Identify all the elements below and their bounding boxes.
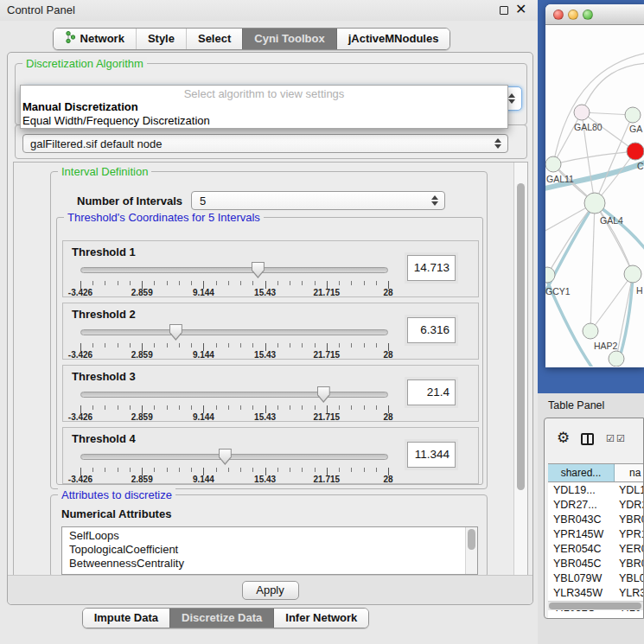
cell-name[interactable]: YPR1 (615, 528, 643, 540)
table-row[interactable]: YER054CYER0 (548, 541, 643, 556)
slider-thumb-icon[interactable] (219, 449, 232, 465)
tab-cyni-toolbox[interactable]: Cyni Toolbox (242, 29, 335, 49)
tab-infer-network[interactable]: Infer Network (273, 609, 368, 628)
threshold-slider[interactable]: -3.4262.8599.14415.4321.71528 (80, 324, 388, 359)
checkbox-icon[interactable]: ☑ (616, 434, 625, 443)
scrollbar-thumb[interactable] (517, 183, 525, 490)
cell-name[interactable]: YER0 (615, 543, 643, 555)
slider-track[interactable] (80, 454, 388, 460)
table-data-group: Table Data galFiltered.sif default node (15, 124, 527, 159)
table-hscrollbar[interactable] (548, 601, 643, 610)
close-icon[interactable]: ✕ (515, 1, 526, 17)
attribute-list-item[interactable]: TopologicalCoefficient (69, 543, 477, 557)
zoom-traffic-light-icon[interactable] (583, 10, 593, 20)
slider-thumb-icon[interactable] (317, 386, 330, 403)
threshold-slider[interactable]: -3.4262.8599.14415.4321.71528 (80, 386, 388, 421)
network-node-bottom-node[interactable] (609, 351, 624, 367)
apply-button[interactable]: Apply (242, 581, 299, 600)
tab-discretize-data[interactable]: Discretize Data (169, 609, 273, 628)
network-node-HAP2[interactable] (583, 323, 598, 339)
node-label: GAL11 (546, 174, 574, 184)
tab-impute-data[interactable]: Impute Data (83, 609, 169, 628)
network-canvas[interactable]: GAL80GACGAL11GAL4GCY1HHAP2 (545, 25, 644, 367)
slider-track[interactable] (80, 392, 388, 398)
threshold-value-field[interactable]: 21.4 (407, 379, 456, 405)
table-row[interactable]: YLR345WYLR3 (548, 585, 643, 600)
cell-shared-name[interactable]: YBR043C (548, 513, 615, 526)
node-label: HAP2 (594, 341, 618, 351)
cell-name[interactable]: YDL1 (615, 484, 643, 496)
network-node-node-ga[interactable] (625, 107, 641, 123)
scrollbar-thumb[interactable] (549, 603, 641, 609)
network-node-GAL4[interactable] (584, 193, 605, 214)
threshold-label: Threshold 2 (72, 308, 136, 321)
tab-style[interactable]: Style (136, 29, 186, 49)
threshold-value-field[interactable]: 6.316 (407, 317, 456, 343)
settings-scrollbar[interactable] (513, 163, 527, 576)
cell-shared-name[interactable]: YDR27... (548, 499, 615, 511)
slider-tick-labels: -3.4262.8599.14415.4321.71528 (80, 288, 388, 298)
float-window-icon[interactable] (500, 6, 508, 15)
settings-scrollpane: Interval Definition Number of Intervals … (13, 162, 528, 577)
network-edge (553, 112, 582, 164)
attribute-list-item[interactable]: BetweennessCentrality (69, 557, 477, 571)
tab-network[interactable]: Network (54, 29, 136, 49)
cell-shared-name[interactable]: YBL079W (548, 572, 615, 584)
list-scrollbar[interactable] (465, 527, 477, 574)
number-of-intervals-spinner[interactable]: 5 (191, 191, 445, 210)
network-node-node-h[interactable] (624, 265, 641, 283)
close-traffic-light-icon[interactable] (553, 10, 564, 20)
group-title: Interval Definition (58, 165, 151, 178)
cell-shared-name[interactable]: YER054C (548, 543, 615, 555)
threshold-value-field[interactable]: 14.713 (407, 255, 456, 281)
minimize-traffic-light-icon[interactable] (568, 10, 578, 20)
cell-shared-name[interactable]: YBR045C (548, 558, 615, 570)
slider-track[interactable] (80, 329, 388, 335)
slider-thumb-icon[interactable] (252, 262, 265, 278)
table-row[interactable]: YDL19...YDL1 (548, 482, 643, 497)
cell-name[interactable]: YBR0 (615, 558, 643, 570)
bottom-tabstrip: Impute Data Discretize Data Infer Networ… (0, 608, 538, 628)
column-header-shared-name[interactable]: shared... (548, 464, 615, 481)
tick-label: -3.426 (68, 288, 92, 297)
threshold-panel: Threshold 4 -3.4262.8599.14415.4321.7152… (62, 427, 479, 484)
network-node-GAL11[interactable] (545, 156, 561, 172)
cell-name[interactable]: YBR0 (615, 513, 643, 526)
column-header-name[interactable]: na (615, 464, 643, 481)
popup-item-manual-discretization[interactable]: Manual Discretization (22, 100, 138, 113)
tab-select[interactable]: Select (186, 29, 242, 49)
tab-label: Cyni Toolbox (254, 32, 324, 45)
network-view-window: GAL80GACGAL11GAL4GCY1HHAP2 (545, 4, 644, 367)
network-node-red-node[interactable] (627, 143, 644, 160)
table-row[interactable]: YBL079WYBL0 (548, 571, 643, 585)
table-row[interactable]: YDR27...YDR2 (548, 497, 643, 512)
table-row[interactable]: YPR145WYPR1 (548, 526, 643, 541)
threshold-value-field[interactable]: 11.344 (407, 442, 456, 468)
threshold-slider[interactable]: -3.4262.8599.14415.4321.71528 (80, 262, 388, 296)
tick-label: 21.715 (314, 475, 341, 484)
network-node-GCY1[interactable] (545, 267, 555, 283)
threshold-label: Threshold 4 (72, 432, 136, 445)
popup-item-equal-width-frequency[interactable]: Equal Width/Frequency Discretization (22, 114, 210, 127)
cell-shared-name[interactable]: YLR345W (548, 587, 615, 599)
table-data-combobox[interactable]: galFiltered.sif default node (22, 134, 508, 153)
tab-jactivemnodules[interactable]: jActiveMNodules (336, 29, 450, 49)
network-node-GAL80[interactable] (574, 105, 590, 120)
slider-thumb-icon[interactable] (169, 324, 182, 341)
cell-shared-name[interactable]: YDL19... (548, 484, 615, 496)
threshold-slider[interactable]: -3.4262.8599.14415.4321.71528 (80, 449, 388, 483)
cell-name[interactable]: YLR3 (615, 587, 643, 599)
columns-icon[interactable] (581, 433, 594, 445)
cell-name[interactable]: YDR2 (615, 499, 643, 511)
node-label: GA (629, 124, 642, 134)
slider-track[interactable] (80, 267, 388, 273)
attributes-listbox: SelfLoopsTopologicalCoefficientBetweenne… (61, 526, 478, 575)
cell-name[interactable]: YBL0 (615, 572, 643, 584)
tick-label: 15.43 (254, 412, 276, 422)
gear-icon[interactable]: ⚙ (557, 430, 570, 445)
table-row[interactable]: YBR043CYBR0 (548, 512, 643, 526)
table-row[interactable]: YBR045CYBR0 (548, 556, 643, 571)
attribute-list-item[interactable]: SelfLoops (69, 529, 477, 543)
cell-shared-name[interactable]: YPR145W (548, 528, 615, 540)
checkbox-icon[interactable]: ☑ (606, 434, 615, 443)
